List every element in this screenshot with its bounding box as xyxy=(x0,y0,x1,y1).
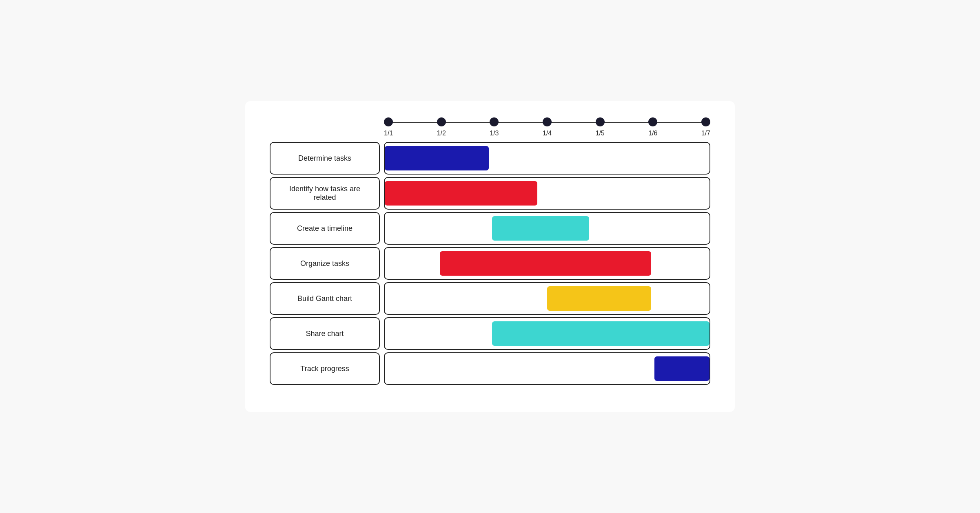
gantt-row-build-gantt: Build Gantt chart xyxy=(270,282,710,315)
timeline-dot xyxy=(437,117,446,126)
chart-container: 1/11/21/31/41/51/61/7 Determine tasksIde… xyxy=(245,101,735,412)
gantt-rows: Determine tasksIdentify how tasks are re… xyxy=(270,142,710,387)
timeline-dot xyxy=(648,117,657,126)
gantt-row-determine-tasks: Determine tasks xyxy=(270,142,710,175)
timeline-dot xyxy=(384,117,393,126)
dot-group-1-5: 1/5 xyxy=(596,117,605,137)
timeline-dot xyxy=(701,117,710,126)
timeline-date-label: 1/5 xyxy=(596,130,605,137)
task-bar-organize-tasks xyxy=(440,251,651,276)
timeline-date-label: 1/7 xyxy=(701,130,710,137)
task-bar-container-determine-tasks xyxy=(384,142,710,175)
task-bar-identify-related xyxy=(385,181,537,206)
timeline-date-label: 1/1 xyxy=(384,130,393,137)
gantt-row-track-progress: Track progress xyxy=(270,352,710,385)
task-label-track-progress: Track progress xyxy=(270,352,380,385)
timeline-date-label: 1/2 xyxy=(437,130,446,137)
task-bar-container-identify-related xyxy=(384,177,710,210)
task-bar-container-organize-tasks xyxy=(384,247,710,280)
timeline-date-label: 1/6 xyxy=(648,130,657,137)
dot-group-1-3: 1/3 xyxy=(490,117,499,137)
dot-group-1-4: 1/4 xyxy=(543,117,552,137)
timeline-date-label: 1/3 xyxy=(490,130,499,137)
dot-group-1-1: 1/1 xyxy=(384,117,393,137)
gantt-chart: 1/11/21/31/41/51/61/7 Determine tasksIde… xyxy=(270,117,710,387)
dot-group-1-2: 1/2 xyxy=(437,117,446,137)
task-label-create-timeline: Create a timeline xyxy=(270,212,380,245)
task-bar-build-gantt xyxy=(547,286,651,311)
task-bar-track-progress xyxy=(654,356,710,381)
dot-group-1-7: 1/7 xyxy=(701,117,710,137)
timeline-header: 1/11/21/31/41/51/61/7 xyxy=(384,117,710,134)
task-bar-container-track-progress xyxy=(384,352,710,385)
task-label-determine-tasks: Determine tasks xyxy=(270,142,380,175)
task-label-share-chart: Share chart xyxy=(270,317,380,350)
task-bar-container-create-timeline xyxy=(384,212,710,245)
task-bar-container-build-gantt xyxy=(384,282,710,315)
task-bar-determine-tasks xyxy=(385,146,489,170)
task-bar-share-chart xyxy=(492,321,710,346)
task-label-identify-related: Identify how tasks are related xyxy=(270,177,380,210)
timeline-dots: 1/11/21/31/41/51/61/7 xyxy=(384,117,710,137)
task-bar-container-share-chart xyxy=(384,317,710,350)
timeline-dot xyxy=(543,117,552,126)
task-bar-create-timeline xyxy=(492,216,590,241)
task-label-build-gantt: Build Gantt chart xyxy=(270,282,380,315)
gantt-row-share-chart: Share chart xyxy=(270,317,710,350)
timeline-dot xyxy=(596,117,605,126)
gantt-row-identify-related: Identify how tasks are related xyxy=(270,177,710,210)
gantt-row-create-timeline: Create a timeline xyxy=(270,212,710,245)
timeline-dot xyxy=(490,117,499,126)
dot-group-1-6: 1/6 xyxy=(648,117,657,137)
timeline-track: 1/11/21/31/41/51/61/7 xyxy=(384,117,710,134)
gantt-row-organize-tasks: Organize tasks xyxy=(270,247,710,280)
timeline-date-label: 1/4 xyxy=(543,130,552,137)
task-label-organize-tasks: Organize tasks xyxy=(270,247,380,280)
